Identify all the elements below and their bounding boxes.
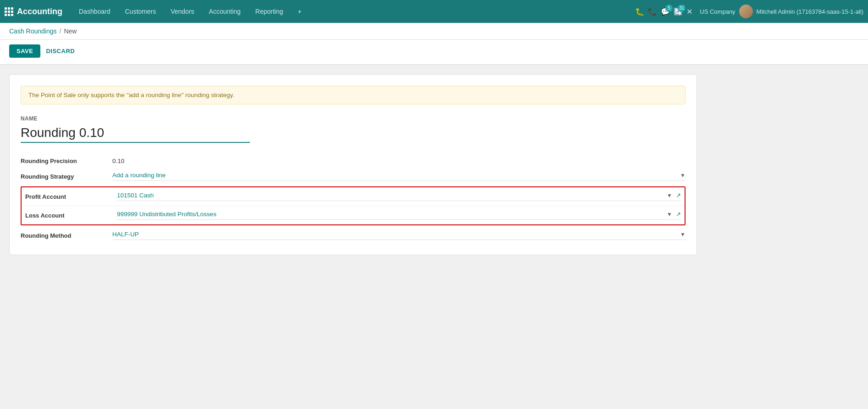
field-label-rounding-precision: Rounding Precision [21,154,112,168]
phone-icon[interactable]: 📞 [648,7,657,16]
field-profit-account: Profit Account 101501 Cash ▼ ↗ [22,187,685,206]
field-label-rounding-method: Rounding Method [21,227,112,244]
name-label: Name [21,115,686,122]
rounding-method-arrow[interactable]: ▼ [680,231,686,238]
profit-account-ext-link[interactable]: ↗ [676,192,681,199]
loss-account-arrow[interactable]: ▼ [667,211,672,218]
nav-dashboard[interactable]: Dashboard [72,0,118,23]
field-value-profit-account: 101501 Cash ▼ ↗ [113,187,685,206]
nav-accounting[interactable]: Accounting [202,0,248,23]
field-value-rounding-method[interactable]: HALF-UP ▼ [112,227,686,244]
name-field-group: Name [21,115,686,154]
discard-button[interactable]: DISCARD [46,48,75,55]
field-label-profit-account: Profit Account [22,187,113,206]
bug-icon[interactable]: 🐛 [635,7,644,16]
name-input[interactable] [21,124,250,143]
breadcrumb-parent[interactable]: Cash Roundings [9,27,57,35]
save-button[interactable]: SAVE [9,44,40,58]
field-rounding-strategy: Rounding Strategy Add a rounding line ▼ [21,168,686,185]
rounding-strategy-arrow[interactable]: ▼ [680,172,686,179]
field-loss-account: Loss Account 999999 Undistributed Profit… [22,206,685,225]
nav-menu: Dashboard Customers Vendors Accounting R… [72,0,635,23]
grid-menu-icon[interactable] [5,7,13,16]
breadcrumb-current: New [64,27,77,35]
field-rounding-method: Rounding Method HALF-UP ▼ [21,227,686,244]
chat-badge: 5 [665,5,673,12]
refresh-icon[interactable]: 🔄 31 [674,7,683,16]
nav-reporting[interactable]: Reporting [248,0,291,23]
form-fields-table: Rounding Precision 0.10 Rounding Strateg… [21,154,686,185]
rounding-method-table: Rounding Method HALF-UP ▼ [21,227,686,244]
field-value-rounding-precision: 0.10 [112,154,686,168]
alert-text: The Point of Sale only supports the "add… [28,92,234,98]
highlighted-accounts-section: Profit Account 101501 Cash ▼ ↗ Loss Acco… [21,186,686,225]
avatar[interactable] [739,5,753,18]
field-value-loss-account: 999999 Undistributed Profits/Losses ▼ ↗ [113,206,685,225]
settings-icon[interactable]: ✕ [686,7,692,16]
loss-account-ext-link[interactable]: ↗ [676,211,681,218]
main-content: The Point of Sale only supports the "add… [0,65,868,409]
field-label-rounding-strategy: Rounding Strategy [21,168,112,185]
field-label-loss-account: Loss Account [22,206,113,225]
nav-customers[interactable]: Customers [118,0,164,23]
profit-account-arrow[interactable]: ▼ [667,192,672,199]
alert-warning: The Point of Sale only supports the "add… [21,86,686,104]
nav-vendors[interactable]: Vendors [163,0,201,23]
breadcrumb-separator: / [60,27,61,35]
highlighted-fields-table: Profit Account 101501 Cash ▼ ↗ Loss Acco… [22,187,685,224]
app-title: Accounting [17,7,62,16]
chat-icon[interactable]: 💬 5 [661,7,670,16]
top-navigation: Accounting Dashboard Customers Vendors A… [0,0,868,23]
refresh-badge: 31 [678,5,686,12]
company-selector[interactable]: US Company [700,8,735,15]
field-value-rounding-strategy[interactable]: Add a rounding line ▼ [112,168,686,185]
form-card: The Point of Sale only supports the "add… [9,74,697,255]
breadcrumb: Cash Roundings / New [0,23,868,40]
username[interactable]: Mitchell Admin (17163784-saas-15-1-all) [757,8,863,15]
topnav-right: 🐛 📞 💬 5 🔄 31 ✕ US Company Mitchell Admin… [635,5,863,18]
nav-add[interactable]: + [291,0,309,23]
action-bar: SAVE DISCARD [0,40,868,65]
field-rounding-precision: Rounding Precision 0.10 [21,154,686,168]
